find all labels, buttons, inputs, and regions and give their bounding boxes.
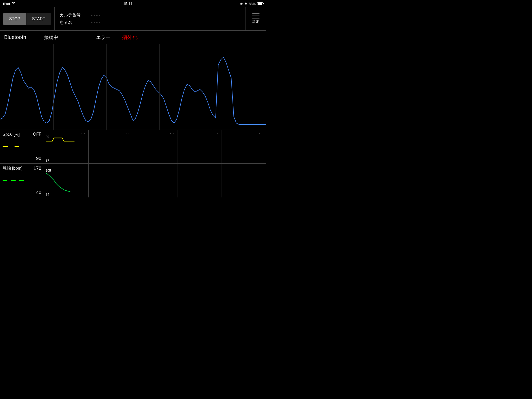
waveform-area <box>0 44 266 130</box>
spo2-cell-5: --:--:-- <box>222 130 266 163</box>
connection-status-section: 接続中 <box>39 31 91 44</box>
spo2-ts-2: --:--:-- <box>124 131 131 134</box>
spo2-ts-3: --:--:-- <box>168 131 176 134</box>
device-label: iPad <box>3 2 10 6</box>
spo2-ts-4: --:--:-- <box>213 131 220 134</box>
grid-line-3 <box>159 44 160 130</box>
pulse-cell-2 <box>89 164 133 197</box>
pulse-dash-indicator <box>3 180 41 181</box>
battery-percent: 88% <box>249 2 256 6</box>
pulse-title: 脈拍 [bpm] <box>3 166 22 171</box>
settings-button[interactable]: 設定 <box>245 7 266 30</box>
pulse-cell-4 <box>177 164 222 197</box>
battery-icon <box>257 2 263 5</box>
grid-line-4 <box>213 44 213 130</box>
bluetooth-label: Bluetooth <box>4 34 26 40</box>
pulse-cell-5 <box>222 164 266 197</box>
karte-label: カルテ番号 <box>60 12 86 18</box>
status-left: iPad <box>3 2 16 6</box>
spo2-cell-4: --:--:-- <box>177 130 222 163</box>
spo2-dash-indicator <box>3 146 41 147</box>
spo2-ts-5: --:--:-- <box>257 131 264 134</box>
pulse-info: 脈拍 [bpm] 170 40 <box>0 164 44 197</box>
pulse-top-val: 105 <box>46 169 51 172</box>
pulse-low-val: 40 <box>3 190 41 195</box>
pulse-cell-3 <box>133 164 177 197</box>
status-bar: iPad 15:11 ⊕ ✱ 88% <box>0 0 266 7</box>
hamburger-icon <box>252 14 260 18</box>
spo2-title: SpO₂ [%] <box>3 132 20 137</box>
waveform-svg <box>0 44 266 130</box>
patient-info: カルテ番号 ---- 患者名 ---- <box>55 7 245 30</box>
data-panels: SpO₂ [%] OFF 90 --:--:-- 99 87 --:--:-- … <box>0 130 266 197</box>
spo2-bottom-val: 87 <box>46 159 49 162</box>
stop-start-group: STOP START <box>3 13 51 25</box>
stop-start-area: STOP START <box>0 7 55 30</box>
kanja-label: 患者名 <box>60 20 86 25</box>
error-label: エラー <box>96 34 110 41</box>
pulse-cell-1: 105 74 <box>44 164 89 197</box>
grid-line-2 <box>107 44 107 130</box>
kanja-dashes: ---- <box>91 20 101 25</box>
spo2-cell-2: --:--:-- <box>89 130 133 163</box>
spo2-row: SpO₂ [%] OFF 90 --:--:-- 99 87 --:--:-- … <box>0 130 266 164</box>
spo2-graph-1 <box>46 137 87 157</box>
grid-line-1 <box>53 44 54 130</box>
spo2-info: SpO₂ [%] OFF 90 <box>0 130 44 163</box>
spo2-threshold: 90 <box>3 156 41 161</box>
status-right: ⊕ ✱ 88% <box>240 2 263 6</box>
error-section: エラー <box>91 31 117 44</box>
connection-status: 接続中 <box>44 34 58 41</box>
settings-label: 設定 <box>252 19 259 24</box>
pulse-row: 脈拍 [bpm] 170 40 105 74 <box>0 164 266 197</box>
spo2-cell-1: --:--:-- 99 87 <box>44 130 89 163</box>
pulse-graph-1 <box>46 170 87 194</box>
finger-error-label: 指外れ <box>122 34 138 41</box>
spo2-off-label: OFF <box>33 132 41 137</box>
spo2-top-val: 99 <box>46 135 49 139</box>
karte-row: カルテ番号 ---- <box>60 12 240 18</box>
location-icon: ⊕ <box>240 2 243 6</box>
karte-dashes: ---- <box>91 12 101 18</box>
start-button[interactable]: START <box>26 13 51 25</box>
stop-button[interactable]: STOP <box>3 13 26 25</box>
kanja-row: 患者名 ---- <box>60 20 240 25</box>
wifi-icon <box>11 2 16 5</box>
bluetooth-bar: Bluetooth 接続中 エラー 指外れ <box>0 31 266 44</box>
finger-error-section: 指外れ <box>117 31 143 44</box>
status-time: 15:11 <box>123 2 132 6</box>
header: STOP START カルテ番号 ---- 患者名 ---- 設定 <box>0 7 266 31</box>
bluetooth-section: Bluetooth <box>0 31 39 44</box>
spo2-ts-1: --:--:-- <box>79 131 87 134</box>
pulse-bottom-val: 74 <box>46 193 49 196</box>
spo2-cell-3: --:--:-- <box>133 130 177 163</box>
pulse-high-val: 170 <box>34 166 41 171</box>
bluetooth-status-icon: ✱ <box>244 2 247 6</box>
